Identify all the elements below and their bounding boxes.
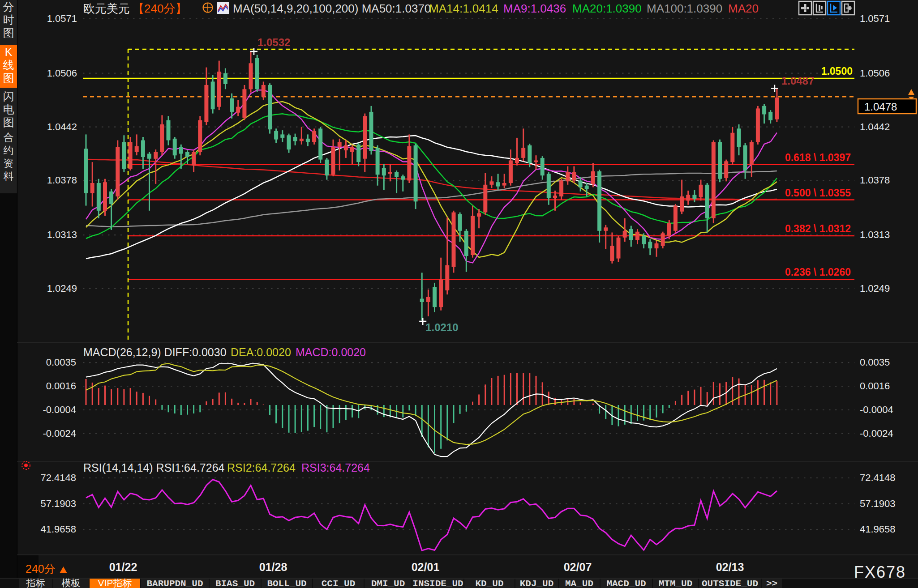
svg-text:料: 料 xyxy=(4,170,14,182)
svg-text:MA14:1.0414: MA14:1.0414 xyxy=(429,2,498,15)
svg-text:BOLL_UD: BOLL_UD xyxy=(267,579,306,588)
svg-text:1.0506: 1.0506 xyxy=(47,68,77,79)
svg-text:>>: >> xyxy=(766,579,777,588)
svg-text:02/01: 02/01 xyxy=(412,561,440,573)
svg-text:资: 资 xyxy=(4,158,14,169)
svg-text:1.0478: 1.0478 xyxy=(864,101,897,113)
svg-text:闪: 闪 xyxy=(3,90,14,102)
svg-text:MACD_UD: MACD_UD xyxy=(606,579,646,588)
svg-text:1.0378: 1.0378 xyxy=(47,175,77,186)
svg-text:DMI_UD: DMI_UD xyxy=(371,579,405,588)
svg-text:1.0249: 1.0249 xyxy=(860,283,890,294)
svg-text:1.0313: 1.0313 xyxy=(47,229,77,240)
svg-text:OUTSIDE_UD: OUTSIDE_UD xyxy=(702,579,758,588)
svg-text:欧元美元: 欧元美元 xyxy=(83,2,130,15)
svg-text:分: 分 xyxy=(3,0,14,13)
svg-text:0.236 \ 1.0260: 0.236 \ 1.0260 xyxy=(785,266,851,278)
svg-text:72.4148: 72.4148 xyxy=(860,472,896,483)
svg-text:MA20:1.0390: MA20:1.0390 xyxy=(572,2,642,15)
svg-text:KDJ_UD: KDJ_UD xyxy=(520,579,554,588)
svg-text:-0.0024: -0.0024 xyxy=(43,428,76,439)
svg-text:0.0035: 0.0035 xyxy=(46,357,76,368)
svg-text:时: 时 xyxy=(3,13,14,26)
svg-text:图: 图 xyxy=(3,116,14,128)
svg-text:1.0532: 1.0532 xyxy=(257,36,290,48)
svg-text:MA_UD: MA_UD xyxy=(565,579,593,588)
svg-text:1.0487: 1.0487 xyxy=(781,75,814,87)
svg-text:1.0442: 1.0442 xyxy=(47,121,77,132)
svg-text:0.0016: 0.0016 xyxy=(46,380,76,392)
svg-text:1.0378: 1.0378 xyxy=(860,175,890,186)
svg-text:【240分】: 【240分】 xyxy=(133,2,187,15)
svg-text:RSI(14,14,14) RSI1:64.7264: RSI(14,14,14) RSI1:64.7264 xyxy=(83,461,225,474)
svg-text:MTM_UD: MTM_UD xyxy=(659,579,693,588)
svg-text:MA20: MA20 xyxy=(728,2,759,15)
svg-text:02/13: 02/13 xyxy=(716,561,744,573)
svg-text:图: 图 xyxy=(3,26,14,39)
svg-text:合: 合 xyxy=(4,132,14,143)
svg-text:57.1903: 57.1903 xyxy=(860,498,896,509)
svg-text:1.0571: 1.0571 xyxy=(47,13,77,24)
svg-text:41.9658: 41.9658 xyxy=(40,524,76,535)
svg-text:0.382 \ 1.0312: 0.382 \ 1.0312 xyxy=(785,223,851,234)
svg-text:RSI2:64.7264: RSI2:64.7264 xyxy=(227,461,296,474)
svg-text:DEA:0.0020: DEA:0.0020 xyxy=(231,346,291,358)
svg-text:0.0016: 0.0016 xyxy=(860,380,890,392)
svg-text:240分: 240分 xyxy=(26,562,56,575)
svg-text:MACD(26,12,9) DIFF:0.0030: MACD(26,12,9) DIFF:0.0030 xyxy=(83,346,227,358)
svg-text:线: 线 xyxy=(3,59,14,71)
svg-text:K: K xyxy=(5,46,13,58)
svg-text:CCI_UD: CCI_UD xyxy=(322,579,356,588)
svg-text:电: 电 xyxy=(3,103,14,115)
svg-text:1.0313: 1.0313 xyxy=(860,229,890,240)
svg-text:1.0249: 1.0249 xyxy=(47,283,77,294)
svg-text:1.0442: 1.0442 xyxy=(860,121,890,132)
svg-text:VIP指标: VIP指标 xyxy=(98,578,132,588)
svg-text:0.500 \ 1.0355: 0.500 \ 1.0355 xyxy=(785,187,851,199)
svg-text:MACD:0.0020: MACD:0.0020 xyxy=(296,346,366,358)
svg-text:MA9:1.0436: MA9:1.0436 xyxy=(503,2,566,15)
svg-text:0.618 \ 1.0397: 0.618 \ 1.0397 xyxy=(785,152,851,163)
svg-text:01/28: 01/28 xyxy=(259,561,287,573)
svg-text:MA100:1.0390: MA100:1.0390 xyxy=(647,2,722,15)
svg-text:RSI3:64.7264: RSI3:64.7264 xyxy=(301,461,370,474)
svg-text:BARUPDN_UD: BARUPDN_UD xyxy=(146,579,203,588)
svg-text:41.9658: 41.9658 xyxy=(860,524,896,535)
svg-text:-0.0004: -0.0004 xyxy=(43,404,76,415)
svg-text:KD_UD: KD_UD xyxy=(475,579,503,588)
svg-text:MA(50,14,9,20,100,200) MA50:1.: MA(50,14,9,20,100,200) MA50:1.0370 xyxy=(233,2,431,15)
svg-text:BIAS_UD: BIAS_UD xyxy=(215,579,255,588)
svg-text:01/22: 01/22 xyxy=(109,561,137,573)
svg-text:1.0506: 1.0506 xyxy=(860,68,890,79)
svg-text:模板: 模板 xyxy=(61,578,81,588)
svg-text:02/07: 02/07 xyxy=(564,561,592,573)
svg-text:指标: 指标 xyxy=(26,578,45,588)
svg-text:0.0035: 0.0035 xyxy=(860,357,890,368)
svg-text:1.0210: 1.0210 xyxy=(425,321,458,333)
svg-text:-0.0024: -0.0024 xyxy=(860,428,893,439)
svg-text:约: 约 xyxy=(4,145,14,156)
svg-text:72.4148: 72.4148 xyxy=(40,472,76,483)
svg-text:1.0571: 1.0571 xyxy=(860,13,890,24)
svg-text:57.1903: 57.1903 xyxy=(40,498,76,509)
svg-text:1.0500: 1.0500 xyxy=(821,65,853,77)
svg-text:INSIDE_UD: INSIDE_UD xyxy=(412,579,463,588)
svg-text:-0.0004: -0.0004 xyxy=(860,404,893,415)
svg-text:FX678: FX678 xyxy=(854,563,906,581)
svg-text:图: 图 xyxy=(3,72,14,84)
